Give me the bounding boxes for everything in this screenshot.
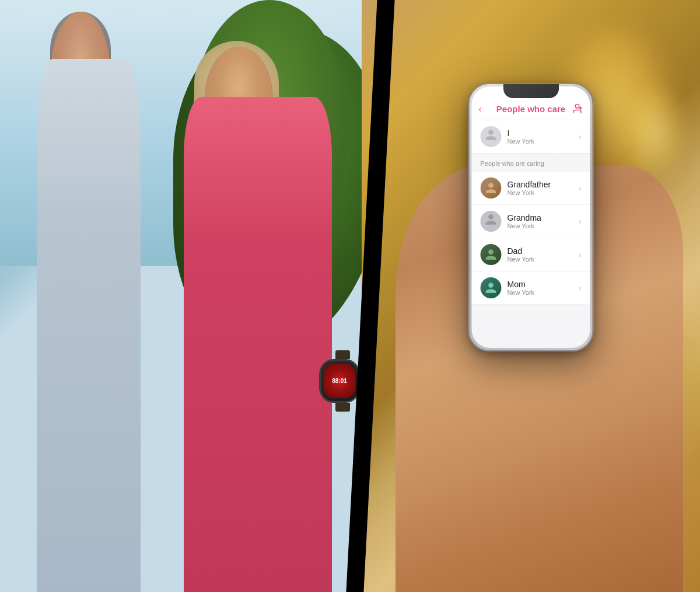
current-user-info: I New York (508, 128, 579, 145)
main-container: 88:01 ‹ (0, 0, 700, 592)
mom-avatar-icon (481, 277, 502, 298)
grandma-avatar (481, 211, 502, 232)
caring-people-list: Grandfather New York › (472, 172, 590, 305)
left-panel: 88:01 (0, 0, 385, 592)
caring-section-header: People who are caring (472, 154, 590, 172)
grandma-info: Grandma New York (508, 213, 579, 229)
grandfather-portrait (481, 177, 502, 199)
watch-body: 88:01 (319, 359, 360, 403)
dad-avatar-icon (481, 244, 502, 265)
current-user-name: I (508, 128, 579, 138)
phone-notch (503, 84, 559, 98)
grandfather-info: Grandfather New York (508, 180, 579, 196)
current-user-avatar (481, 126, 502, 147)
list-item[interactable]: Mom New York › (472, 271, 590, 305)
watch-band-top (335, 350, 350, 359)
grandfather-name: Grandfather (508, 180, 579, 189)
dad-avatar (481, 244, 502, 265)
mom-location: New York (508, 289, 579, 296)
svg-point-0 (575, 104, 579, 108)
grandfather-location: New York (508, 189, 579, 196)
current-user-item[interactable]: I New York › (472, 120, 590, 154)
mom-avatar (481, 277, 502, 298)
current-user-location: New York (508, 138, 579, 145)
dad-chevron: › (579, 250, 582, 259)
current-user-section: I New York › (472, 120, 590, 154)
man-figure (19, 0, 192, 592)
list-item[interactable]: Dad New York › (472, 238, 590, 271)
back-button[interactable]: ‹ (479, 104, 482, 114)
list-item[interactable]: Grandfather New York › (472, 172, 590, 205)
mom-chevron: › (579, 283, 582, 292)
list-item[interactable]: Grandma New York › (472, 205, 590, 238)
dad-location: New York (508, 256, 579, 263)
right-panel: ‹ People who care (362, 0, 700, 592)
mom-info: Mom New York (508, 280, 579, 296)
phone-screen: ‹ People who care (472, 86, 590, 348)
grandma-avatar-icon (485, 213, 498, 229)
dad-info: Dad New York (508, 246, 579, 263)
left-background: 88:01 (0, 0, 385, 592)
user-avatar-icon (485, 128, 498, 144)
grandfather-chevron: › (579, 183, 582, 193)
current-user-chevron: › (579, 132, 582, 141)
dad-name: Dad (508, 246, 579, 256)
app-title: People who care (496, 104, 565, 114)
grandma-chevron: › (579, 217, 582, 226)
mom-name: Mom (508, 280, 579, 289)
grandma-name: Grandma (508, 213, 579, 222)
grandfather-avatar (481, 177, 502, 199)
watch-time: 88:01 (332, 378, 347, 384)
section-label: People who are caring (481, 160, 544, 167)
add-person-button[interactable] (572, 103, 583, 117)
woman-body (184, 97, 332, 592)
right-background: ‹ People who care (362, 0, 700, 592)
man-body (37, 59, 141, 592)
watch-screen: 88:01 (324, 364, 355, 398)
phone: ‹ People who care (468, 83, 594, 351)
grandma-location: New York (508, 222, 579, 229)
watch-band-bottom (335, 403, 350, 412)
